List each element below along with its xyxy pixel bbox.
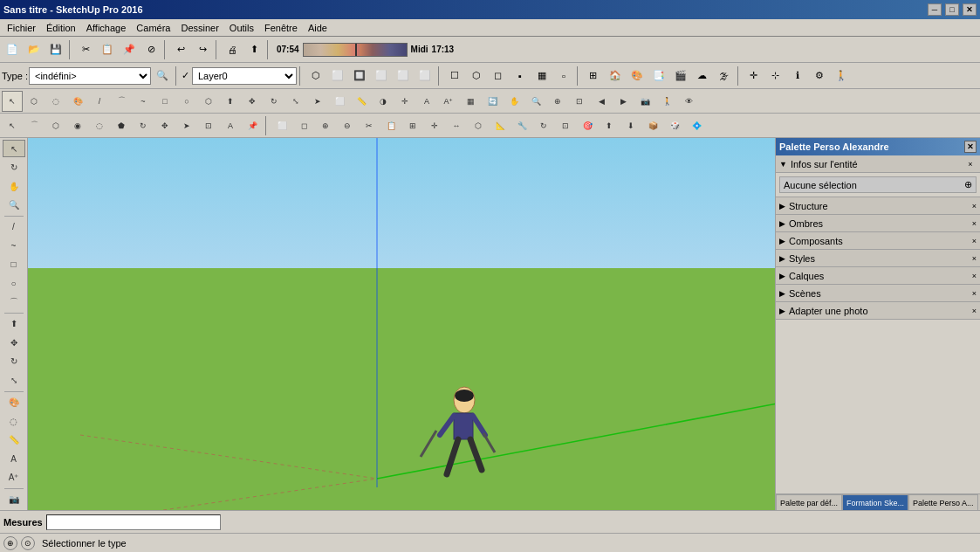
section-styles-close[interactable]: × (972, 254, 977, 263)
section-composants[interactable]: ▶ Composants × (776, 232, 980, 250)
export-button[interactable]: ⬆ (243, 39, 264, 60)
ext-t14[interactable]: ⊡ (555, 115, 576, 136)
left-text-tool[interactable]: A (3, 450, 25, 467)
rotate-tool[interactable]: ↻ (264, 91, 284, 112)
type-dropdown[interactable]: <indéfini> (29, 67, 151, 85)
left-pushpull-tool[interactable]: ⬆ (3, 315, 25, 333)
left-tape-tool[interactable]: 📏 (3, 431, 25, 448)
eraser-tool[interactable]: ◌ (45, 91, 66, 112)
textured-button[interactable]: ▦ (531, 66, 552, 86)
left-rotate-tool[interactable]: ↻ (3, 353, 25, 370)
ext-t4[interactable]: ⊖ (337, 115, 358, 136)
sandbox-t2[interactable]: ⬡ (45, 115, 66, 136)
left-zoom-tool[interactable]: 🔍 (3, 196, 25, 213)
delete-button[interactable]: ⊘ (140, 39, 161, 60)
sandbox-t4[interactable]: ◌ (89, 115, 110, 136)
sandbox-t1[interactable]: ⌒ (24, 115, 45, 136)
minimize-button[interactable]: ─ (928, 3, 942, 16)
section-styles[interactable]: ▶ Styles × (776, 250, 980, 267)
left-arc-tool[interactable]: ⌒ (3, 293, 25, 311)
panel-close-button[interactable]: ✕ (964, 141, 977, 153)
components-button[interactable]: 🏠 (605, 66, 626, 86)
sandbox-t10[interactable]: A (220, 115, 241, 136)
section-structure-close[interactable]: × (972, 202, 977, 210)
section-entity-info-header[interactable]: ▼ Infos sur l'entité × (776, 155, 980, 173)
back-view-button[interactable]: ⬜ (393, 66, 414, 86)
arc-tool[interactable]: ⌒ (111, 91, 132, 112)
sandbox-select[interactable]: ↖ (2, 115, 23, 136)
tab-palette-default[interactable]: Palette par déf... (776, 494, 842, 510)
sandbox-t6[interactable]: ↻ (133, 115, 154, 136)
sandbox-t5[interactable]: ⬟ (111, 115, 132, 136)
viewport[interactable] (28, 138, 775, 510)
restore-button[interactable]: □ (945, 3, 959, 16)
menu-outils[interactable]: Outils (224, 21, 259, 35)
front-view-button[interactable]: 🔲 (349, 66, 370, 86)
pan-tool[interactable]: ✋ (504, 91, 524, 112)
top-view-button[interactable]: ⬜ (327, 66, 348, 86)
left-paint-tool[interactable]: 🎨 (3, 393, 25, 411)
ext-t9[interactable]: ↔ (446, 115, 467, 136)
scale-tool[interactable]: ⤡ (285, 91, 306, 112)
ext-t16[interactable]: ⬆ (599, 115, 620, 136)
3dtext-tool[interactable]: A⁺ (438, 91, 459, 112)
ext-t10[interactable]: ⬡ (468, 115, 489, 136)
rect-tool[interactable]: □ (154, 91, 175, 112)
sandbox-t8[interactable]: ➤ (176, 115, 197, 136)
left-eraser-tool[interactable]: ◌ (3, 412, 25, 430)
layers-button[interactable]: 📑 (648, 66, 669, 86)
next-view-tool[interactable]: ▶ (613, 91, 634, 112)
model-info-button[interactable]: ℹ (787, 66, 808, 86)
fog-button[interactable]: 🌫 (714, 66, 735, 86)
ext-t3[interactable]: ⊕ (315, 115, 336, 136)
ext-t15[interactable]: 🎯 (577, 115, 598, 136)
menu-aide[interactable]: Aide (303, 21, 332, 35)
guides-button[interactable]: ⊹ (765, 66, 786, 86)
walk-view-tool[interactable]: 🚶 (656, 91, 677, 112)
left-camera-tool[interactable]: 📷 (3, 491, 25, 508)
ext-t5[interactable]: ✂ (359, 115, 380, 136)
section-adapter-photo[interactable]: ▶ Adapter une photo × (776, 302, 980, 320)
sandbox-t7[interactable]: ✥ (154, 115, 175, 136)
axes-tool[interactable]: ✛ (394, 91, 415, 112)
undo-button[interactable]: ↩ (170, 39, 191, 60)
circle-tool[interactable]: ○ (176, 91, 197, 112)
menu-fichier[interactable]: Fichier (2, 21, 41, 35)
prev-view-tool[interactable]: ◀ (591, 91, 612, 112)
follow-me-tool[interactable]: ➤ (307, 91, 328, 112)
menu-camera[interactable]: Caméra (131, 21, 175, 35)
left-freehand-tool[interactable]: ~ (3, 237, 25, 254)
ext-t6[interactable]: 📋 (380, 115, 401, 136)
position-camera-tool[interactable]: 📷 (634, 91, 655, 112)
ext-t2[interactable]: ◻ (293, 115, 314, 136)
zoom-tool[interactable]: 🔍 (525, 91, 546, 112)
section-plane-tool[interactable]: ▦ (460, 91, 481, 112)
ext-t19[interactable]: 🎲 (664, 115, 685, 136)
xray-button[interactable]: ☐ (444, 66, 465, 86)
ext-t1[interactable]: ⬜ (271, 115, 292, 136)
left-select-tool[interactable]: ↖ (3, 140, 25, 157)
zoom-extents-tool[interactable]: ⊡ (569, 91, 590, 112)
left-rect-tool[interactable]: □ (3, 256, 25, 273)
pushpull-tool[interactable]: ⬆ (220, 91, 241, 112)
measure-input[interactable] (46, 514, 221, 530)
orbit-tool[interactable]: 🔄 (482, 91, 503, 112)
ext-t13[interactable]: ↻ (533, 115, 554, 136)
tab-formation-ske[interactable]: Formation Ske... (842, 494, 908, 510)
freehand-tool[interactable]: ~ (133, 91, 154, 112)
menu-fenetre[interactable]: Fenêtre (259, 21, 303, 35)
left-label-tool[interactable]: A⁺ (3, 468, 25, 486)
shadows-button[interactable]: ☁ (692, 66, 713, 86)
section-composants-close[interactable]: × (972, 237, 977, 245)
section-calques[interactable]: ▶ Calques × (776, 267, 980, 285)
ext-t11[interactable]: 📐 (490, 115, 511, 136)
left-scale-tool[interactable]: ⤡ (3, 371, 25, 389)
save-file-button[interactable]: 💾 (45, 39, 66, 60)
ext-t17[interactable]: ⬇ (620, 115, 641, 136)
wireframe-button[interactable]: ⬡ (466, 66, 487, 86)
section-ombres[interactable]: ▶ Ombres × (776, 215, 980, 232)
section-structure[interactable]: ▶ Structure × (776, 197, 980, 215)
print-button[interactable]: 🖨 (222, 39, 243, 60)
type-search-button[interactable]: 🔍 (152, 66, 173, 86)
left-pan-tool[interactable]: ✋ (3, 177, 25, 195)
